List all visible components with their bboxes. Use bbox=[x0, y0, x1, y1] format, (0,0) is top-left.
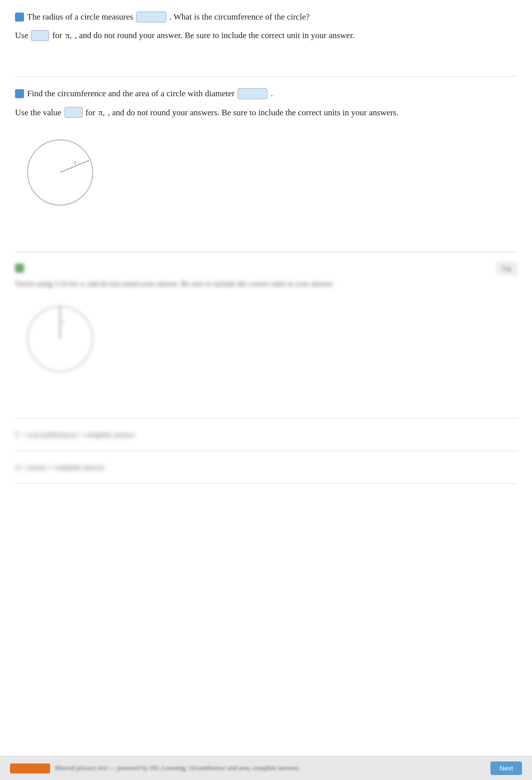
separator-4 bbox=[15, 451, 517, 451]
separator-5 bbox=[15, 483, 517, 484]
for-label-1: for bbox=[52, 29, 62, 42]
question-3-block: Tag: You're using 3.14 for π, and do not… bbox=[15, 262, 517, 398]
circle-diagram-2: r bbox=[15, 123, 517, 222]
question-1-text-before: The radius of a circle measures bbox=[27, 10, 133, 24]
separator-3 bbox=[15, 418, 517, 419]
question-2-text-after: . bbox=[271, 87, 273, 100]
for-label-2: for bbox=[86, 106, 96, 119]
area-answer-label: A = (area) = complete answer bbox=[15, 461, 104, 473]
question-1-block: The radius of a circle measures . What i… bbox=[15, 10, 517, 56]
question-3-body: You're using 3.14 for π, and do not roun… bbox=[15, 278, 517, 290]
separator-1 bbox=[15, 76, 517, 77]
svg-text:r: r bbox=[62, 318, 64, 325]
svg-text:r: r bbox=[74, 159, 76, 166]
use-label-2: Use the value bbox=[15, 106, 62, 119]
question-2-block: Find the circumference and the area of a… bbox=[15, 87, 517, 232]
question-3-header: Tag: bbox=[15, 262, 517, 275]
question-1-use-row: Use for π, , and do not round your answe… bbox=[15, 29, 517, 42]
answer-row-circumference: C = (circumference) = complete answer bbox=[15, 429, 517, 441]
question-2-use-row: Use the value for π, , and do not round … bbox=[15, 106, 517, 119]
pi-symbol-1: π, bbox=[65, 29, 72, 42]
use-label-1: Use bbox=[15, 29, 28, 42]
question-2-number bbox=[15, 89, 24, 98]
question-1-radius-value bbox=[136, 12, 166, 23]
question-1-number bbox=[15, 13, 24, 22]
question-2-text-before: Find the circumference and the area of a… bbox=[27, 87, 234, 100]
use-suffix-1: , and do not round your answer. Be sure … bbox=[75, 29, 355, 42]
pi-value-box-2 bbox=[65, 107, 83, 118]
question-2-row: Find the circumference and the area of a… bbox=[15, 87, 517, 100]
use-suffix-2: , and do not round your answers. Be sure… bbox=[108, 106, 398, 119]
question-3-number bbox=[15, 264, 24, 273]
pi-value-box-1 bbox=[31, 30, 49, 41]
answer-row-area: A = (area) = complete answer bbox=[15, 461, 517, 473]
circle-diagram-3: r bbox=[15, 290, 517, 388]
tag-label: Tag: bbox=[496, 262, 517, 275]
separator-2 bbox=[15, 252, 517, 252]
question-2-diameter-value bbox=[237, 88, 268, 99]
question-1-row: The radius of a circle measures . What i… bbox=[15, 10, 517, 24]
question-1-text-after: . What is the circumference of the circl… bbox=[169, 10, 310, 24]
circumference-answer-label: C = (circumference) = complete answer bbox=[15, 429, 135, 441]
pi-symbol-2: π, bbox=[98, 106, 105, 119]
